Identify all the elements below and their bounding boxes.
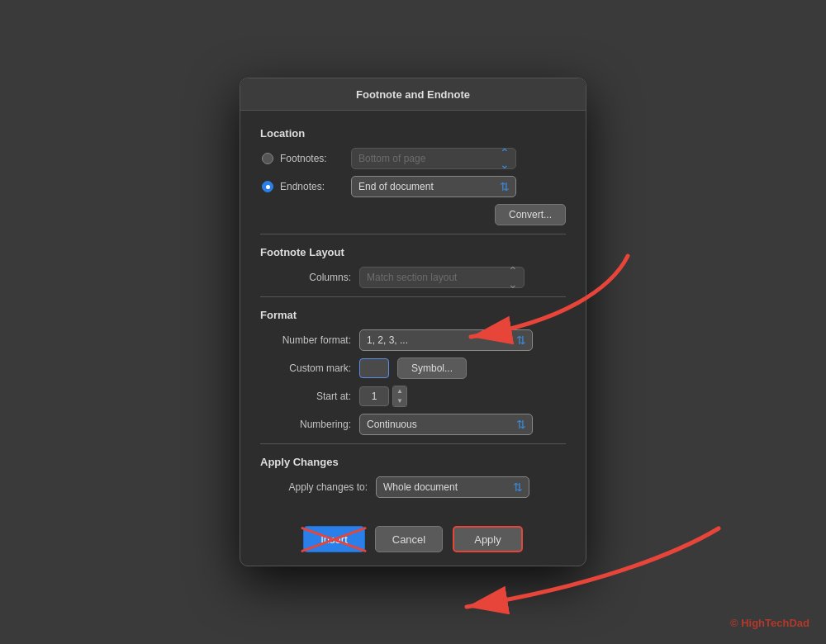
number-format-select-wrapper: 1, 2, 3, ... ⇅ xyxy=(359,329,533,351)
number-format-select[interactable]: 1, 2, 3, ... xyxy=(359,329,533,351)
cancel-button[interactable]: Cancel xyxy=(375,526,443,552)
start-at-label: Start at: xyxy=(260,391,351,402)
insert-button-label: Insert xyxy=(320,533,348,546)
apply-changes-to-label: Apply changes to: xyxy=(260,481,368,493)
custom-mark-row: Custom mark: Symbol... xyxy=(260,358,566,379)
convert-row: Convert... xyxy=(260,204,566,225)
footnotes-select[interactable]: Bottom of page xyxy=(351,148,516,169)
location-section-header: Location xyxy=(260,127,566,140)
endnotes-radio-spacer xyxy=(260,181,275,192)
apply-changes-section-header: Apply Changes xyxy=(260,456,566,468)
endnotes-select-wrapper: End of document ⇅ xyxy=(351,176,516,197)
footnote-layout-section-header: Footnote Layout xyxy=(260,246,566,258)
columns-select[interactable]: Match section layout xyxy=(359,267,525,288)
number-format-row: Number format: 1, 2, 3, ... ⇅ xyxy=(260,329,566,351)
number-format-label: Number format: xyxy=(260,334,351,346)
footer-buttons: Insert Cancel Apply xyxy=(240,516,586,566)
dialog-body: Location Footnotes: Bottom of page ⌃⌄ En… xyxy=(240,111,586,516)
start-at-input[interactable] xyxy=(359,386,389,406)
numbering-select-wrapper: Continuous ⇅ xyxy=(359,414,533,435)
apply-changes-to-select[interactable]: Whole document xyxy=(376,476,529,498)
footnotes-row: Footnotes: Bottom of page ⌃⌄ xyxy=(260,148,566,169)
numbering-row: Numbering: Continuous ⇅ xyxy=(260,414,566,435)
insert-button[interactable]: Insert xyxy=(303,526,365,552)
custom-mark-label: Custom mark: xyxy=(260,362,351,374)
divider-1 xyxy=(260,234,566,234)
footnotes-radio-spacer xyxy=(260,153,275,164)
start-at-wrapper: ▲ ▼ xyxy=(359,386,407,407)
numbering-select[interactable]: Continuous xyxy=(359,414,533,435)
numbering-label: Numbering: xyxy=(260,419,351,430)
divider-3 xyxy=(260,443,566,444)
dialog-title: Footnote and Endnote xyxy=(356,88,470,101)
start-at-increment[interactable]: ▲ xyxy=(393,386,406,396)
footnotes-select-wrapper: Bottom of page ⌃⌄ xyxy=(351,148,516,169)
footnote-endnote-dialog: Footnote and Endnote Location Footnotes:… xyxy=(240,78,586,566)
divider-2 xyxy=(260,296,566,297)
watermark: © HighTechDad xyxy=(730,617,809,629)
convert-button[interactable]: Convert... xyxy=(495,204,566,225)
custom-mark-input[interactable] xyxy=(359,358,389,378)
endnotes-radio[interactable] xyxy=(262,181,273,192)
apply-changes-to-row: Apply changes to: Whole document ⇅ xyxy=(260,476,566,498)
endnotes-label: Endnotes: xyxy=(280,181,346,192)
endnotes-select[interactable]: End of document xyxy=(351,176,516,197)
footnotes-label: Footnotes: xyxy=(280,153,346,164)
endnotes-row: Endnotes: End of document ⇅ xyxy=(260,176,566,197)
start-at-stepper: ▲ ▼ xyxy=(392,386,407,407)
start-at-decrement[interactable]: ▼ xyxy=(393,396,406,406)
format-section-header: Format xyxy=(260,309,566,321)
apply-changes-to-select-wrapper: Whole document ⇅ xyxy=(376,476,529,498)
columns-select-wrapper: Match section layout ⌃⌄ xyxy=(359,267,525,288)
start-at-row: Start at: ▲ ▼ xyxy=(260,386,566,407)
footnotes-radio[interactable] xyxy=(262,153,273,164)
columns-label: Columns: xyxy=(260,272,351,283)
columns-row: Columns: Match section layout ⌃⌄ xyxy=(260,267,566,288)
dialog-title-bar: Footnote and Endnote xyxy=(240,78,586,111)
apply-button[interactable]: Apply xyxy=(453,526,523,552)
symbol-button[interactable]: Symbol... xyxy=(397,358,467,379)
